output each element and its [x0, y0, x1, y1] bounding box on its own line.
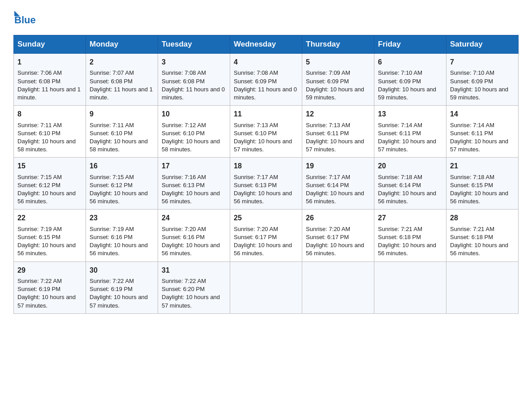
- logo-underline-text: Blue: [14, 14, 36, 26]
- day-info: Sunrise: 7:12 AMSunset: 6:10 PMDaylight:…: [162, 122, 220, 153]
- day-info: Sunrise: 7:14 AMSunset: 6:11 PMDaylight:…: [378, 122, 436, 153]
- day-info: Sunrise: 7:22 AMSunset: 6:19 PMDaylight:…: [17, 278, 76, 309]
- calendar-cell: 7Sunrise: 7:10 AMSunset: 6:09 PMDaylight…: [446, 54, 519, 106]
- calendar-cell: 3Sunrise: 7:08 AMSunset: 6:08 PMDaylight…: [158, 54, 230, 106]
- calendar-cell: 2Sunrise: 7:07 AMSunset: 6:08 PMDaylight…: [86, 54, 158, 106]
- day-number: 29: [17, 265, 82, 275]
- day-info: Sunrise: 7:11 AMSunset: 6:10 PMDaylight:…: [90, 122, 148, 153]
- calendar-cell: 24Sunrise: 7:20 AMSunset: 6:16 PMDayligh…: [158, 210, 230, 261]
- calendar-cell: 22Sunrise: 7:19 AMSunset: 6:15 PMDayligh…: [14, 210, 86, 261]
- day-number: 26: [306, 213, 370, 223]
- calendar-header-row: SundayMondayTuesdayWednesdayThursdayFrid…: [14, 35, 519, 54]
- calendar-cell: [374, 261, 446, 313]
- calendar-cell: 30Sunrise: 7:22 AMSunset: 6:19 PMDayligh…: [86, 261, 158, 313]
- day-number: 12: [306, 109, 370, 119]
- day-number: 2: [90, 57, 154, 67]
- column-header-thursday: Thursday: [302, 35, 374, 54]
- day-number: 1: [17, 57, 82, 67]
- day-number: 11: [234, 109, 298, 119]
- day-number: 15: [17, 161, 82, 171]
- day-info: Sunrise: 7:19 AMSunset: 6:15 PMDaylight:…: [17, 226, 76, 257]
- day-number: 19: [306, 161, 370, 171]
- day-number: 6: [378, 57, 442, 67]
- calendar-cell: [230, 261, 302, 313]
- calendar-cell: 6Sunrise: 7:10 AMSunset: 6:09 PMDaylight…: [374, 54, 446, 106]
- calendar-week-row: 15Sunrise: 7:15 AMSunset: 6:12 PMDayligh…: [14, 158, 519, 210]
- day-info: Sunrise: 7:19 AMSunset: 6:16 PMDaylight:…: [90, 226, 148, 257]
- day-info: Sunrise: 7:18 AMSunset: 6:14 PMDaylight:…: [378, 174, 436, 205]
- day-info: Sunrise: 7:22 AMSunset: 6:20 PMDaylight:…: [162, 278, 220, 309]
- day-info: Sunrise: 7:08 AMSunset: 6:08 PMDaylight:…: [162, 69, 225, 101]
- calendar-cell: 28Sunrise: 7:21 AMSunset: 6:18 PMDayligh…: [446, 210, 519, 261]
- day-number: 25: [234, 213, 298, 223]
- calendar-cell: 10Sunrise: 7:12 AMSunset: 6:10 PMDayligh…: [158, 106, 230, 158]
- day-number: 5: [306, 57, 370, 67]
- day-info: Sunrise: 7:13 AMSunset: 6:11 PMDaylight:…: [306, 122, 364, 153]
- logo: Blue: [13, 9, 36, 26]
- day-number: 31: [162, 265, 226, 275]
- day-number: 30: [90, 265, 154, 275]
- day-number: 13: [378, 109, 442, 119]
- day-number: 27: [378, 213, 442, 223]
- calendar-cell: 21Sunrise: 7:18 AMSunset: 6:15 PMDayligh…: [446, 158, 519, 210]
- day-info: Sunrise: 7:21 AMSunset: 6:18 PMDaylight:…: [378, 226, 436, 257]
- day-info: Sunrise: 7:15 AMSunset: 6:12 PMDaylight:…: [17, 174, 76, 205]
- day-info: Sunrise: 7:09 AMSunset: 6:09 PMDaylight:…: [306, 69, 364, 101]
- calendar-cell: 20Sunrise: 7:18 AMSunset: 6:14 PMDayligh…: [374, 158, 446, 210]
- day-info: Sunrise: 7:17 AMSunset: 6:13 PMDaylight:…: [234, 174, 292, 205]
- calendar-cell: [302, 261, 374, 313]
- day-info: Sunrise: 7:21 AMSunset: 6:18 PMDaylight:…: [450, 226, 508, 257]
- day-info: Sunrise: 7:07 AMSunset: 6:08 PMDaylight:…: [90, 69, 153, 101]
- day-number: 9: [90, 109, 154, 119]
- day-number: 18: [234, 161, 298, 171]
- day-number: 14: [450, 109, 515, 119]
- day-info: Sunrise: 7:18 AMSunset: 6:15 PMDaylight:…: [450, 174, 508, 205]
- calendar-cell: [446, 261, 519, 313]
- calendar-cell: 27Sunrise: 7:21 AMSunset: 6:18 PMDayligh…: [374, 210, 446, 261]
- column-header-tuesday: Tuesday: [158, 35, 230, 54]
- day-info: Sunrise: 7:16 AMSunset: 6:13 PMDaylight:…: [162, 174, 220, 205]
- day-number: 22: [17, 213, 82, 223]
- calendar-cell: 29Sunrise: 7:22 AMSunset: 6:19 PMDayligh…: [14, 261, 86, 313]
- day-info: Sunrise: 7:10 AMSunset: 6:09 PMDaylight:…: [450, 69, 508, 101]
- column-header-saturday: Saturday: [446, 35, 519, 54]
- calendar-cell: 8Sunrise: 7:11 AMSunset: 6:10 PMDaylight…: [14, 106, 86, 158]
- calendar-week-row: 8Sunrise: 7:11 AMSunset: 6:10 PMDaylight…: [14, 106, 519, 158]
- calendar-cell: 13Sunrise: 7:14 AMSunset: 6:11 PMDayligh…: [374, 106, 446, 158]
- day-number: 24: [162, 213, 226, 223]
- day-number: 21: [450, 161, 515, 171]
- day-info: Sunrise: 7:15 AMSunset: 6:12 PMDaylight:…: [90, 174, 148, 205]
- calendar-week-row: 29Sunrise: 7:22 AMSunset: 6:19 PMDayligh…: [14, 261, 519, 313]
- day-info: Sunrise: 7:20 AMSunset: 6:17 PMDaylight:…: [234, 226, 292, 257]
- calendar-cell: 14Sunrise: 7:14 AMSunset: 6:11 PMDayligh…: [446, 106, 519, 158]
- day-info: Sunrise: 7:14 AMSunset: 6:11 PMDaylight:…: [450, 122, 508, 153]
- day-info: Sunrise: 7:20 AMSunset: 6:16 PMDaylight:…: [162, 226, 220, 257]
- column-header-friday: Friday: [374, 35, 446, 54]
- calendar-cell: 25Sunrise: 7:20 AMSunset: 6:17 PMDayligh…: [230, 210, 302, 261]
- calendar-week-row: 22Sunrise: 7:19 AMSunset: 6:15 PMDayligh…: [14, 210, 519, 261]
- day-number: 16: [90, 161, 154, 171]
- day-number: 8: [17, 109, 82, 119]
- day-number: 10: [162, 109, 226, 119]
- day-info: Sunrise: 7:17 AMSunset: 6:14 PMDaylight:…: [306, 174, 364, 205]
- page-header: Blue: [13, 9, 519, 26]
- day-info: Sunrise: 7:13 AMSunset: 6:10 PMDaylight:…: [234, 122, 292, 153]
- day-info: Sunrise: 7:20 AMSunset: 6:17 PMDaylight:…: [306, 226, 364, 257]
- calendar-cell: 11Sunrise: 7:13 AMSunset: 6:10 PMDayligh…: [230, 106, 302, 158]
- column-header-wednesday: Wednesday: [230, 35, 302, 54]
- calendar-week-row: 1Sunrise: 7:06 AMSunset: 6:08 PMDaylight…: [14, 54, 519, 106]
- column-header-monday: Monday: [86, 35, 158, 54]
- calendar-cell: 31Sunrise: 7:22 AMSunset: 6:20 PMDayligh…: [158, 261, 230, 313]
- day-info: Sunrise: 7:06 AMSunset: 6:08 PMDaylight:…: [17, 69, 81, 101]
- day-number: 4: [234, 57, 298, 67]
- calendar-cell: 9Sunrise: 7:11 AMSunset: 6:10 PMDaylight…: [86, 106, 158, 158]
- calendar-table: SundayMondayTuesdayWednesdayThursdayFrid…: [13, 35, 519, 314]
- calendar-cell: 1Sunrise: 7:06 AMSunset: 6:08 PMDaylight…: [14, 54, 86, 106]
- calendar-cell: 4Sunrise: 7:08 AMSunset: 6:09 PMDaylight…: [230, 54, 302, 106]
- day-number: 28: [450, 213, 515, 223]
- day-number: 17: [162, 161, 226, 171]
- day-info: Sunrise: 7:22 AMSunset: 6:19 PMDaylight:…: [90, 278, 148, 309]
- column-header-sunday: Sunday: [14, 35, 86, 54]
- calendar-cell: 23Sunrise: 7:19 AMSunset: 6:16 PMDayligh…: [86, 210, 158, 261]
- calendar-cell: 17Sunrise: 7:16 AMSunset: 6:13 PMDayligh…: [158, 158, 230, 210]
